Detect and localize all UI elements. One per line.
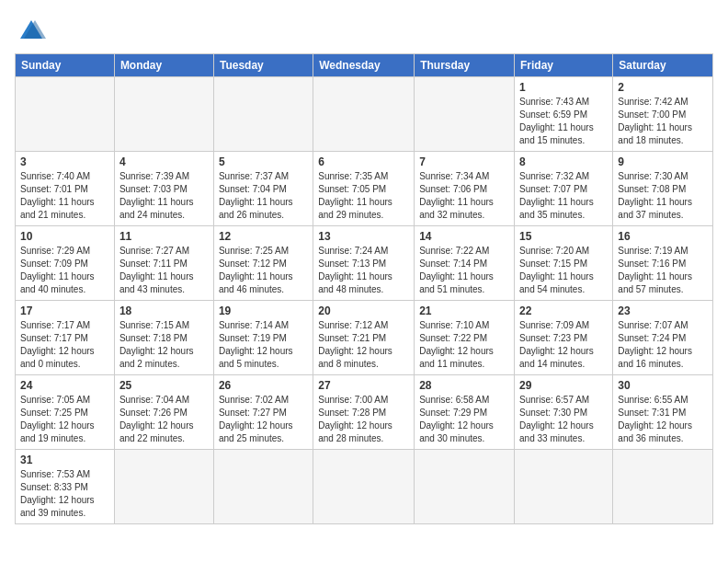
day-info: Sunrise: 7:09 AM Sunset: 7:23 PM Dayligh… bbox=[519, 319, 608, 371]
calendar-cell: 5Sunrise: 7:37 AM Sunset: 7:04 PM Daylig… bbox=[213, 152, 313, 226]
calendar-cell: 9Sunrise: 7:30 AM Sunset: 7:08 PM Daylig… bbox=[613, 152, 713, 226]
day-info: Sunrise: 7:17 AM Sunset: 7:17 PM Dayligh… bbox=[20, 319, 109, 371]
calendar-cell bbox=[213, 77, 313, 152]
day-info: Sunrise: 7:32 AM Sunset: 7:07 PM Dayligh… bbox=[519, 170, 608, 222]
day-info: Sunrise: 7:14 AM Sunset: 7:19 PM Dayligh… bbox=[219, 319, 308, 371]
calendar-cell bbox=[114, 77, 213, 152]
day-number: 26 bbox=[219, 379, 308, 392]
calendar-cell bbox=[415, 77, 515, 152]
weekday-header-row: SundayMondayTuesdayWednesdayThursdayFrid… bbox=[16, 54, 713, 77]
weekday-header-thursday: Thursday bbox=[415, 54, 515, 77]
day-info: Sunrise: 7:07 AM Sunset: 7:24 PM Dayligh… bbox=[618, 319, 708, 371]
logo-icon bbox=[15, 15, 48, 48]
day-number: 22 bbox=[519, 304, 608, 317]
day-number: 2 bbox=[618, 81, 708, 94]
page-header bbox=[15, 15, 713, 48]
calendar-cell: 17Sunrise: 7:17 AM Sunset: 7:17 PM Dayli… bbox=[16, 301, 115, 375]
day-info: Sunrise: 7:39 AM Sunset: 7:03 PM Dayligh… bbox=[119, 170, 209, 222]
calendar-week-3: 10Sunrise: 7:29 AM Sunset: 7:09 PM Dayli… bbox=[16, 226, 713, 301]
weekday-header-wednesday: Wednesday bbox=[313, 54, 415, 77]
day-info: Sunrise: 6:58 AM Sunset: 7:29 PM Dayligh… bbox=[419, 394, 509, 445]
calendar-cell: 20Sunrise: 7:12 AM Sunset: 7:21 PM Dayli… bbox=[313, 301, 415, 375]
day-info: Sunrise: 7:53 AM Sunset: 8:33 PM Dayligh… bbox=[20, 468, 109, 520]
calendar-cell: 7Sunrise: 7:34 AM Sunset: 7:06 PM Daylig… bbox=[415, 152, 515, 226]
day-number: 17 bbox=[20, 304, 109, 317]
day-number: 15 bbox=[519, 230, 608, 243]
calendar-cell: 10Sunrise: 7:29 AM Sunset: 7:09 PM Dayli… bbox=[16, 226, 115, 301]
calendar-cell: 21Sunrise: 7:10 AM Sunset: 7:22 PM Dayli… bbox=[415, 301, 515, 375]
day-info: Sunrise: 7:34 AM Sunset: 7:06 PM Dayligh… bbox=[419, 170, 509, 222]
calendar-cell bbox=[213, 450, 313, 524]
weekday-header-tuesday: Tuesday bbox=[213, 54, 313, 77]
weekday-header-saturday: Saturday bbox=[613, 54, 713, 77]
day-number: 23 bbox=[618, 304, 708, 317]
day-info: Sunrise: 7:30 AM Sunset: 7:08 PM Dayligh… bbox=[618, 170, 708, 222]
calendar-cell: 29Sunrise: 6:57 AM Sunset: 7:30 PM Dayli… bbox=[515, 375, 613, 450]
day-number: 31 bbox=[20, 454, 109, 466]
day-number: 29 bbox=[519, 379, 608, 392]
day-number: 19 bbox=[219, 304, 308, 317]
day-info: Sunrise: 7:05 AM Sunset: 7:25 PM Dayligh… bbox=[20, 394, 109, 445]
calendar-cell: 24Sunrise: 7:05 AM Sunset: 7:25 PM Dayli… bbox=[16, 375, 115, 450]
day-info: Sunrise: 7:37 AM Sunset: 7:04 PM Dayligh… bbox=[219, 170, 308, 222]
weekday-header-monday: Monday bbox=[114, 54, 213, 77]
day-info: Sunrise: 7:15 AM Sunset: 7:18 PM Dayligh… bbox=[119, 319, 209, 371]
day-number: 11 bbox=[119, 230, 209, 243]
calendar-cell bbox=[613, 450, 713, 524]
day-number: 30 bbox=[618, 379, 708, 392]
calendar-cell: 4Sunrise: 7:39 AM Sunset: 7:03 PM Daylig… bbox=[114, 152, 213, 226]
calendar-cell: 11Sunrise: 7:27 AM Sunset: 7:11 PM Dayli… bbox=[114, 226, 213, 301]
calendar-cell: 15Sunrise: 7:20 AM Sunset: 7:15 PM Dayli… bbox=[515, 226, 613, 301]
day-number: 9 bbox=[618, 155, 708, 168]
weekday-header-sunday: Sunday bbox=[16, 54, 115, 77]
day-info: Sunrise: 7:22 AM Sunset: 7:14 PM Dayligh… bbox=[419, 245, 509, 296]
day-info: Sunrise: 7:19 AM Sunset: 7:16 PM Dayligh… bbox=[618, 245, 708, 296]
calendar-cell: 18Sunrise: 7:15 AM Sunset: 7:18 PM Dayli… bbox=[114, 301, 213, 375]
day-number: 12 bbox=[219, 230, 308, 243]
calendar-cell: 25Sunrise: 7:04 AM Sunset: 7:26 PM Dayli… bbox=[114, 375, 213, 450]
calendar-cell: 31Sunrise: 7:53 AM Sunset: 8:33 PM Dayli… bbox=[16, 450, 115, 524]
calendar-cell: 30Sunrise: 6:55 AM Sunset: 7:31 PM Dayli… bbox=[613, 375, 713, 450]
calendar-cell: 23Sunrise: 7:07 AM Sunset: 7:24 PM Dayli… bbox=[613, 301, 713, 375]
day-number: 25 bbox=[119, 379, 209, 392]
weekday-header-friday: Friday bbox=[515, 54, 613, 77]
calendar-week-1: 1Sunrise: 7:43 AM Sunset: 6:59 PM Daylig… bbox=[16, 77, 713, 152]
calendar-cell: 6Sunrise: 7:35 AM Sunset: 7:05 PM Daylig… bbox=[313, 152, 415, 226]
calendar-cell: 1Sunrise: 7:43 AM Sunset: 6:59 PM Daylig… bbox=[515, 77, 613, 152]
calendar-cell: 16Sunrise: 7:19 AM Sunset: 7:16 PM Dayli… bbox=[613, 226, 713, 301]
day-number: 18 bbox=[119, 304, 209, 317]
calendar-cell bbox=[415, 450, 515, 524]
day-number: 27 bbox=[318, 379, 409, 392]
day-info: Sunrise: 7:20 AM Sunset: 7:15 PM Dayligh… bbox=[519, 245, 608, 296]
day-info: Sunrise: 7:12 AM Sunset: 7:21 PM Dayligh… bbox=[318, 319, 409, 371]
day-info: Sunrise: 6:55 AM Sunset: 7:31 PM Dayligh… bbox=[618, 394, 708, 445]
day-number: 20 bbox=[318, 304, 409, 317]
calendar-week-5: 24Sunrise: 7:05 AM Sunset: 7:25 PM Dayli… bbox=[16, 375, 713, 450]
day-info: Sunrise: 7:02 AM Sunset: 7:27 PM Dayligh… bbox=[219, 394, 308, 445]
day-number: 3 bbox=[20, 155, 109, 168]
day-info: Sunrise: 7:10 AM Sunset: 7:22 PM Dayligh… bbox=[419, 319, 509, 371]
calendar-cell: 26Sunrise: 7:02 AM Sunset: 7:27 PM Dayli… bbox=[213, 375, 313, 450]
day-number: 4 bbox=[119, 155, 209, 168]
day-info: Sunrise: 7:43 AM Sunset: 6:59 PM Dayligh… bbox=[519, 96, 608, 147]
calendar-cell: 22Sunrise: 7:09 AM Sunset: 7:23 PM Dayli… bbox=[515, 301, 613, 375]
day-info: Sunrise: 7:04 AM Sunset: 7:26 PM Dayligh… bbox=[119, 394, 209, 445]
day-number: 10 bbox=[20, 230, 109, 243]
calendar-cell bbox=[515, 450, 613, 524]
day-number: 24 bbox=[20, 379, 109, 392]
day-number: 8 bbox=[519, 155, 608, 168]
day-info: Sunrise: 6:57 AM Sunset: 7:30 PM Dayligh… bbox=[519, 394, 608, 445]
calendar-week-6: 31Sunrise: 7:53 AM Sunset: 8:33 PM Dayli… bbox=[16, 450, 713, 524]
day-number: 16 bbox=[618, 230, 708, 243]
day-number: 1 bbox=[519, 81, 608, 94]
day-info: Sunrise: 7:27 AM Sunset: 7:11 PM Dayligh… bbox=[119, 245, 209, 296]
calendar-cell bbox=[313, 77, 415, 152]
day-info: Sunrise: 7:42 AM Sunset: 7:00 PM Dayligh… bbox=[618, 96, 708, 147]
day-info: Sunrise: 7:24 AM Sunset: 7:13 PM Dayligh… bbox=[318, 245, 409, 296]
day-number: 21 bbox=[419, 304, 509, 317]
day-number: 5 bbox=[219, 155, 308, 168]
calendar-cell: 3Sunrise: 7:40 AM Sunset: 7:01 PM Daylig… bbox=[16, 152, 115, 226]
calendar-cell: 27Sunrise: 7:00 AM Sunset: 7:28 PM Dayli… bbox=[313, 375, 415, 450]
day-number: 14 bbox=[419, 230, 509, 243]
day-info: Sunrise: 7:25 AM Sunset: 7:12 PM Dayligh… bbox=[219, 245, 308, 296]
